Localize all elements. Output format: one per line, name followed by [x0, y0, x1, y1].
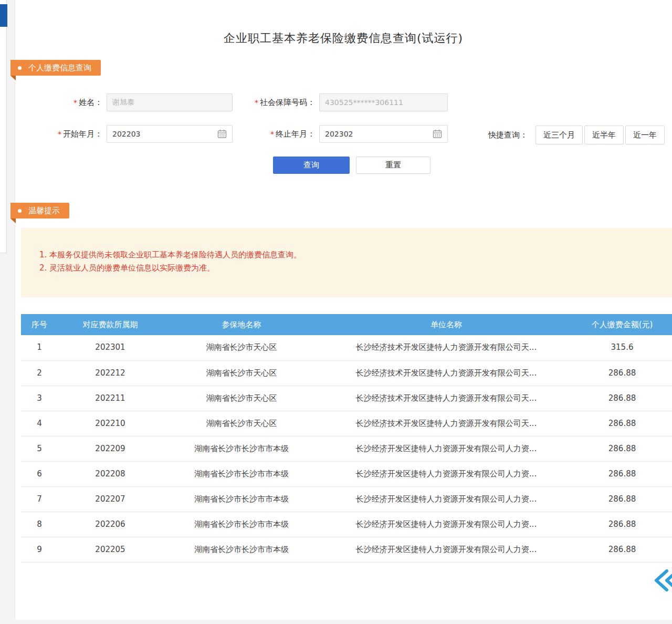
table-cell: 长沙经济开发区捷特人力资源开发有限公司人力资...	[320, 537, 572, 562]
ssn-label: *社会保障号码：	[236, 98, 315, 108]
quick-btn-last-3-months[interactable]: 近三个月	[536, 126, 583, 144]
end-month-label: *终止年月：	[236, 129, 315, 139]
required-asterisk: *	[58, 130, 61, 138]
header-company: 单位名称	[320, 314, 572, 335]
tips-notice-box: 1. 本服务仅提供尚未领取企业职工基本养老保险待遇人员的缴费信息查询。 2. 灵…	[21, 228, 672, 297]
table-row: 5202209湖南省长沙市长沙市市本级长沙经济开发区捷特人力资源开发有限公司人力…	[21, 436, 672, 461]
table-row: 2202212湖南省长沙市天心区长沙经济技术开发区捷特人力资源开发有限公司天..…	[21, 360, 672, 386]
table-cell: 286.88	[572, 461, 672, 486]
table-cell: 286.88	[572, 486, 672, 512]
page-title: 企业职工基本养老保险缴费信息查询(试运行)	[15, 30, 672, 46]
table-cell: 9	[21, 537, 58, 562]
ssn-field-group: *社会保障号码： 430525******306111	[236, 93, 448, 111]
header-period: 对应费款所属期	[58, 314, 163, 335]
table-cell: 5	[21, 436, 58, 461]
table-cell: 202206	[58, 512, 163, 537]
table-cell: 202207	[58, 486, 163, 512]
required-asterisk: *	[74, 98, 77, 107]
table-row: 1202301湖南省长沙市天心区长沙经济技术开发区捷特人力资源开发有限公司天..…	[21, 335, 672, 360]
ssn-value: 430525******306111	[325, 98, 403, 107]
payments-table-body: 1202301湖南省长沙市天心区长沙经济技术开发区捷特人力资源开发有限公司天..…	[21, 335, 672, 562]
table-header-row: 序号 对应费款所属期 参保地名称 单位名称 个人缴费金额(元)	[21, 314, 672, 335]
table-cell: 202205	[58, 537, 163, 562]
table-cell: 长沙经济技术开发区捷特人力资源开发有限公司天...	[320, 360, 572, 386]
table-cell: 315.6	[572, 335, 672, 360]
calendar-icon[interactable]	[433, 129, 442, 139]
table-cell: 286.88	[572, 411, 672, 436]
tips-line-1: 1. 本服务仅提供尚未领取企业职工基本养老保险待遇人员的缴费信息查询。	[39, 248, 672, 262]
table-row: 7202207湖南省长沙市长沙市市本级长沙经济开发区捷特人力资源开发有限公司人力…	[21, 486, 672, 512]
calendar-icon[interactable]	[217, 129, 227, 139]
quick-btn-last-half-year[interactable]: 近半年	[584, 126, 624, 144]
table-cell: 长沙经济技术开发区捷特人力资源开发有限公司天...	[320, 411, 572, 436]
start-month-label: *开始年月：	[46, 129, 102, 139]
table-cell: 7	[21, 486, 58, 512]
table-row: 3202211湖南省长沙市天心区长沙经济技术开发区捷特人力资源开发有限公司天..…	[21, 386, 672, 411]
end-month-input[interactable]: 202302	[319, 125, 448, 143]
table-cell: 湖南省长沙市天心区	[163, 335, 320, 360]
table-cell: 286.88	[572, 512, 672, 537]
table-cell: 286.88	[572, 386, 672, 411]
double-chevron-left-icon[interactable]	[653, 568, 672, 592]
table-cell: 286.88	[572, 537, 672, 562]
query-button[interactable]: 查询	[273, 157, 350, 174]
end-month-value: 202302	[325, 130, 353, 138]
quick-query-label: 快捷查询：	[488, 130, 528, 140]
table-cell: 湖南省长沙市天心区	[163, 386, 320, 411]
bullet-dot-icon	[18, 66, 22, 70]
bullet-dot-icon	[18, 209, 22, 213]
table-cell: 长沙经济开发区捷特人力资源开发有限公司人力资...	[320, 436, 572, 461]
header-place: 参保地名称	[163, 314, 320, 335]
name-label: *姓名：	[46, 98, 102, 108]
header-seq: 序号	[21, 314, 58, 335]
table-cell: 长沙经济开发区捷特人力资源开发有限公司人力资...	[320, 461, 572, 486]
table-cell: 4	[21, 411, 58, 436]
name-input: 谢旭泰	[107, 93, 233, 111]
sidebar-blue-tab[interactable]	[0, 4, 7, 27]
table-cell: 湖南省长沙市天心区	[163, 411, 320, 436]
table-cell: 202209	[58, 436, 163, 461]
ssn-input: 430525******306111	[319, 93, 448, 111]
table-cell: 202210	[58, 411, 163, 436]
table-cell: 长沙经济技术开发区捷特人力资源开发有限公司天...	[320, 386, 572, 411]
table-row: 9202205湖南省长沙市长沙市市本级长沙经济开发区捷特人力资源开发有限公司人力…	[21, 537, 672, 562]
table-cell: 长沙经济技术开发区捷特人力资源开发有限公司天...	[320, 335, 572, 360]
required-asterisk: *	[255, 98, 258, 107]
name-field-group: *姓名： 谢旭泰	[46, 93, 233, 111]
table-cell: 1	[21, 335, 58, 360]
table-cell: 202301	[58, 335, 163, 360]
quick-btn-last-year[interactable]: 近一年	[625, 126, 665, 144]
collapsed-sidebar	[0, 0, 7, 253]
start-month-input[interactable]: 202203	[107, 125, 233, 143]
table-cell: 长沙经济开发区捷特人力资源开发有限公司人力资...	[320, 486, 572, 512]
table-row: 6202208湖南省长沙市长沙市市本级长沙经济开发区捷特人力资源开发有限公司人力…	[21, 461, 672, 486]
table-cell: 202212	[58, 360, 163, 386]
table-cell: 长沙经济开发区捷特人力资源开发有限公司人力资...	[320, 512, 572, 537]
table-cell: 湖南省长沙市天心区	[163, 360, 320, 386]
table-cell: 湖南省长沙市长沙市市本级	[163, 512, 320, 537]
table-cell: 202211	[58, 386, 163, 411]
reset-button[interactable]: 重置	[356, 157, 430, 174]
tips-line-2: 2. 灵活就业人员的缴费单位信息以实际缴费为准。	[39, 262, 672, 275]
table-row: 4202210湖南省长沙市天心区长沙经济技术开发区捷特人力资源开发有限公司天..…	[21, 411, 672, 436]
table-cell: 湖南省长沙市长沙市市本级	[163, 537, 320, 562]
section-badge-label: 温馨提示	[28, 206, 60, 216]
table-cell: 6	[21, 461, 58, 486]
section-badge-tips: 温馨提示	[10, 203, 69, 219]
section-badge-label: 个人缴费信息查询	[28, 63, 91, 73]
table-cell: 湖南省长沙市长沙市市本级	[163, 461, 320, 486]
start-month-value: 202203	[112, 130, 140, 138]
section-badge-personal-payment-query: 个人缴费信息查询	[10, 60, 101, 76]
table-cell: 2	[21, 360, 58, 386]
required-asterisk: *	[270, 130, 274, 138]
payments-table: 序号 对应费款所属期 参保地名称 单位名称 个人缴费金额(元) 1202301湖…	[21, 314, 672, 563]
table-cell: 286.88	[572, 360, 672, 386]
table-cell: 3	[21, 386, 58, 411]
table-cell: 202208	[58, 461, 163, 486]
start-month-field-group: *开始年月： 202203	[46, 125, 233, 143]
quick-query-group: 快捷查询： 近三个月 近半年 近一年	[488, 126, 665, 144]
name-value: 谢旭泰	[112, 98, 134, 107]
table-cell: 8	[21, 512, 58, 537]
table-cell: 湖南省长沙市长沙市市本级	[163, 436, 320, 461]
table-row: 8202206湖南省长沙市长沙市市本级长沙经济开发区捷特人力资源开发有限公司人力…	[21, 512, 672, 537]
